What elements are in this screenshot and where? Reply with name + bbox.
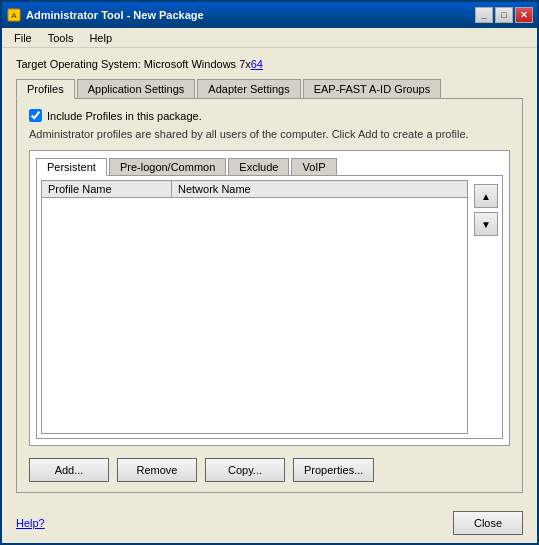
window-icon: A xyxy=(6,7,22,23)
inner-tab-prelogon[interactable]: Pre-logon/Common xyxy=(109,158,226,176)
tab-adapter-settings[interactable]: Adapter Settings xyxy=(197,79,300,99)
menu-help[interactable]: Help xyxy=(81,30,120,46)
menu-tools[interactable]: Tools xyxy=(40,30,82,46)
move-up-button[interactable]: ▲ xyxy=(474,184,498,208)
inner-tabs-container: Persistent Pre-logon/Common Exclude VoIP… xyxy=(29,150,510,446)
maximize-button[interactable]: □ xyxy=(495,7,513,23)
inner-tab-bar: Persistent Pre-logon/Common Exclude VoIP xyxy=(36,157,503,175)
outer-tab-content: Include Profiles in this package. Admini… xyxy=(16,98,523,493)
col-profile-name: Profile Name xyxy=(42,181,172,197)
footer: Help? Close xyxy=(2,503,537,543)
target-os-link[interactable]: 64 xyxy=(251,58,263,70)
svg-text:A: A xyxy=(11,11,17,20)
remove-button[interactable]: Remove xyxy=(117,458,197,482)
tab-profiles[interactable]: Profiles xyxy=(16,79,75,99)
table-header: Profile Name Network Name xyxy=(42,181,467,198)
profiles-description: Administrator profiles are shared by all… xyxy=(29,128,510,140)
close-button[interactable]: Close xyxy=(453,511,523,535)
minimize-button[interactable]: _ xyxy=(475,7,493,23)
main-content: Target Operating System: Microsoft Windo… xyxy=(2,48,537,503)
add-button[interactable]: Add... xyxy=(29,458,109,482)
window-title: Administrator Tool - New Package xyxy=(26,9,475,21)
action-buttons: Add... Remove Copy... Properties... xyxy=(29,458,510,482)
target-os-label: Target Operating System: Microsoft Windo… xyxy=(16,58,251,70)
outer-tabs-container: Profiles Application Settings Adapter Se… xyxy=(16,78,523,493)
window-controls: _ □ ✕ xyxy=(475,7,533,23)
title-bar: A Administrator Tool - New Package _ □ ✕ xyxy=(2,2,537,28)
help-link[interactable]: Help? xyxy=(16,517,45,529)
table-body xyxy=(42,198,467,318)
move-down-button[interactable]: ▼ xyxy=(474,212,498,236)
menu-bar: File Tools Help xyxy=(2,28,537,48)
inner-tab-content: Profile Name Network Name ▲ ▼ xyxy=(36,175,503,439)
arrow-buttons: ▲ ▼ xyxy=(474,180,498,434)
target-os-row: Target Operating System: Microsoft Windo… xyxy=(16,58,523,70)
inner-tab-exclude[interactable]: Exclude xyxy=(228,158,289,176)
inner-tab-voip[interactable]: VoIP xyxy=(291,158,336,176)
copy-button[interactable]: Copy... xyxy=(205,458,285,482)
menu-file[interactable]: File xyxy=(6,30,40,46)
include-profiles-checkbox[interactable] xyxy=(29,109,42,122)
window-close-button[interactable]: ✕ xyxy=(515,7,533,23)
col-network-name: Network Name xyxy=(172,181,467,197)
tab-eap-fast[interactable]: EAP-FAST A-ID Groups xyxy=(303,79,442,99)
properties-button[interactable]: Properties... xyxy=(293,458,374,482)
main-window: A Administrator Tool - New Package _ □ ✕… xyxy=(0,0,539,545)
include-profiles-label[interactable]: Include Profiles in this package. xyxy=(47,110,202,122)
include-profiles-row: Include Profiles in this package. xyxy=(29,109,510,122)
tab-application-settings[interactable]: Application Settings xyxy=(77,79,196,99)
inner-tab-persistent[interactable]: Persistent xyxy=(36,158,107,176)
profile-table: Profile Name Network Name xyxy=(41,180,468,434)
outer-tab-bar: Profiles Application Settings Adapter Se… xyxy=(16,78,523,98)
